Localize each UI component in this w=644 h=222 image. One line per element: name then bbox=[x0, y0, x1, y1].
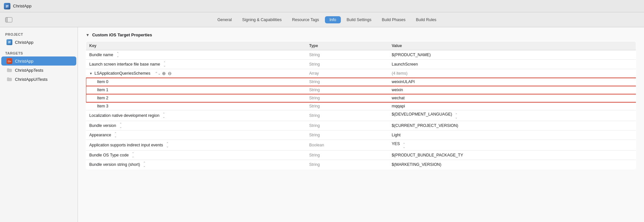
stepper-appearance[interactable]: ⌃⌄ bbox=[114, 132, 117, 138]
sidebar-item-label-tests: ChristAppTests bbox=[15, 68, 43, 73]
type-cell: String bbox=[306, 160, 389, 169]
project-item-label: ChristApp bbox=[15, 40, 33, 45]
stepper-launch-screen[interactable]: ⌃⌄ bbox=[163, 61, 166, 67]
tab-build-rules[interactable]: Build Rules bbox=[411, 16, 441, 23]
table-row[interactable]: Appearance ⌃⌄ String Light bbox=[86, 130, 636, 140]
tabs-container: General Signing & Capabilities Resource … bbox=[15, 16, 639, 23]
value-cell: weixin bbox=[389, 86, 636, 94]
value-cell: $(MARKETING_VERSION) bbox=[389, 160, 636, 169]
svg-rect-1 bbox=[6, 5, 8, 6]
table-row[interactable]: Localization native development region ⌃… bbox=[86, 110, 636, 121]
project-section-header: PROJECT bbox=[0, 31, 78, 38]
value-cell: Light bbox=[389, 130, 636, 140]
app-icon bbox=[4, 3, 10, 9]
tab-build-settings[interactable]: Build Settings bbox=[342, 16, 376, 23]
value-cell: YES ⌃⌄ bbox=[389, 140, 636, 151]
stepper-localization[interactable]: ⌃⌄ bbox=[163, 113, 165, 118]
value-cell: $(PRODUCT_BUNDLE_PACKAGE_TY bbox=[389, 151, 636, 160]
key-cell: Bundle version string (short) ⌃⌄ bbox=[86, 160, 306, 169]
stepper-bundle-ver-short[interactable]: ⌃⌄ bbox=[143, 162, 146, 167]
type-cell: String bbox=[306, 78, 389, 86]
type-cell: String bbox=[306, 50, 389, 60]
type-cell: String bbox=[306, 94, 389, 102]
table-row[interactable]: Item 0 String weixinULAPI bbox=[86, 78, 636, 86]
svg-rect-5 bbox=[8, 41, 11, 42]
section-title: Custom iOS Target Properties bbox=[92, 32, 152, 37]
table-row[interactable]: Item 2 String wechat bbox=[86, 94, 636, 102]
table-row[interactable]: ▼ LSApplicationQueriesSchemes ⌃⌄ ⌃⌄ ⊕ ⊖ … bbox=[86, 69, 636, 78]
col-header-key: Key bbox=[86, 42, 306, 50]
sidebar-item-label-christapp: ChristApp bbox=[15, 59, 33, 64]
tab-general[interactable]: General bbox=[213, 16, 236, 23]
col-header-type: Type bbox=[306, 42, 389, 50]
tab-bar: General Signing & Capabilities Resource … bbox=[0, 12, 644, 27]
expand-arrow[interactable]: ▼ bbox=[89, 72, 93, 75]
stepper-indirect-input[interactable]: ⌃⌄ bbox=[166, 142, 169, 148]
sidebar-item-christapp-target[interactable]: CH ChristApp bbox=[1, 56, 76, 66]
svg-rect-3 bbox=[6, 7, 7, 7]
svg-rect-7 bbox=[8, 43, 10, 43]
sidebar-item-label-uitests: ChristAppUITests bbox=[15, 77, 47, 82]
table-row[interactable]: Item 3 String mqqapi bbox=[86, 102, 636, 110]
properties-table: Key Type Value Bundle name ⌃ bbox=[86, 41, 636, 169]
key-cell: Item 2 bbox=[86, 94, 306, 102]
svg-rect-6 bbox=[8, 42, 11, 42]
key-cell: ▼ LSApplicationQueriesSchemes ⌃⌄ ⌃⌄ ⊕ ⊖ bbox=[86, 69, 306, 78]
key-cell: Bundle version ⌃⌄ bbox=[86, 121, 306, 130]
stepper-bundle-os-type[interactable]: ⌃⌄ bbox=[132, 152, 134, 158]
value-stepper-indirect[interactable]: ⌃⌄ bbox=[403, 143, 405, 149]
sidebar: PROJECT ChristApp TARGETS CH bbox=[0, 27, 78, 222]
remove-item-button[interactable]: ⊖ bbox=[167, 71, 172, 76]
stepper-bundle-version[interactable]: ⌃⌄ bbox=[119, 123, 122, 129]
table-row[interactable]: Bundle OS Type code ⌃⌄ String $(PRODUCT_… bbox=[86, 151, 636, 160]
sidebar-item-christappuitests[interactable]: ChristAppUITests bbox=[1, 75, 76, 84]
key-cell: Launch screen interface file base name ⌃… bbox=[86, 60, 306, 69]
table-header-row: Key Type Value bbox=[86, 42, 636, 50]
table-row[interactable]: Bundle version ⌃⌄ String $(CURRENT_PROJE… bbox=[86, 121, 636, 130]
key-cell: Bundle name ⌃⌄ bbox=[86, 50, 306, 60]
table-row[interactable]: Item 1 String weixin bbox=[86, 86, 636, 94]
value-cell: (4 items) bbox=[389, 69, 636, 78]
row-controls: ⌃⌄ ⊕ ⊖ bbox=[153, 71, 172, 76]
section-header: ▼ Custom iOS Target Properties bbox=[86, 32, 636, 37]
type-cell: String bbox=[306, 110, 389, 121]
tab-info[interactable]: Info bbox=[325, 16, 341, 23]
type-cell: String bbox=[306, 130, 389, 140]
app-title: ChristApp bbox=[13, 4, 31, 8]
value-stepper-localization[interactable]: ⌃⌄ bbox=[455, 113, 458, 119]
type-cell: Array bbox=[306, 69, 389, 78]
stepper-bundle-name[interactable]: ⌃⌄ bbox=[117, 52, 119, 58]
key-cell: Bundle OS Type code ⌃⌄ bbox=[86, 151, 306, 160]
value-cell: $(DEVELOPMENT_LANGUAGE) ⌃⌄ bbox=[389, 110, 636, 121]
type-cell: Boolean bbox=[306, 140, 389, 151]
type-cell: String bbox=[306, 121, 389, 130]
key-cell: Item 3 bbox=[86, 102, 306, 110]
add-item-button[interactable]: ⊕ bbox=[161, 71, 167, 76]
sidebar-item-christapptests[interactable]: ChristAppTests bbox=[1, 66, 76, 75]
sidebar-toggle-button[interactable] bbox=[5, 17, 12, 22]
project-icon bbox=[6, 39, 12, 45]
value-cell: LaunchScreen bbox=[389, 60, 636, 69]
table-row[interactable]: Launch screen interface file base name ⌃… bbox=[86, 60, 636, 69]
folder-icon-uitests bbox=[6, 76, 12, 82]
tab-build-phases[interactable]: Build Phases bbox=[377, 16, 410, 23]
table-row[interactable]: Bundle name ⌃⌄ String $(PRODUCT_NAME) bbox=[86, 50, 636, 60]
section-collapse-arrow[interactable]: ▼ bbox=[86, 33, 90, 37]
tab-signing[interactable]: Signing & Capabilities bbox=[238, 16, 286, 23]
folder-icon-tests bbox=[6, 67, 12, 73]
value-cell: mqqapi bbox=[389, 102, 636, 110]
table-row[interactable]: Application supports indirect input even… bbox=[86, 140, 636, 151]
key-cell: Item 0 bbox=[86, 78, 306, 86]
type-cell: String bbox=[306, 86, 389, 94]
type-cell: String bbox=[306, 60, 389, 69]
sidebar-item-christapp-project[interactable]: ChristApp bbox=[1, 38, 76, 47]
tab-resource-tags[interactable]: Resource Tags bbox=[288, 16, 324, 23]
key-cell: Item 1 bbox=[86, 86, 306, 94]
table-row[interactable]: Bundle version string (short) ⌃⌄ String … bbox=[86, 160, 636, 169]
key-cell: Application supports indirect input even… bbox=[86, 140, 306, 151]
value-cell: wechat bbox=[389, 94, 636, 102]
svg-rect-2 bbox=[6, 6, 8, 6]
stepper-ls-inline[interactable]: ⌃⌄ bbox=[155, 71, 161, 76]
main-layout: PROJECT ChristApp TARGETS CH bbox=[0, 27, 644, 222]
key-cell: Localization native development region ⌃… bbox=[86, 110, 306, 121]
